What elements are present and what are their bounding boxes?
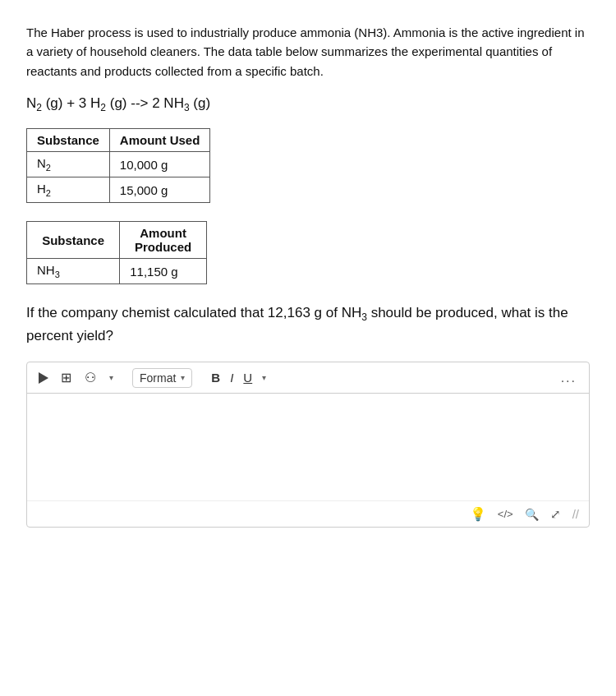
format-label: Format (140, 371, 176, 385)
text-format-group: B I U ▾ (207, 368, 270, 387)
question-paragraph: If the company chemist calculated that 1… (26, 302, 590, 347)
toolbar-chevron-1[interactable]: ▾ (105, 371, 117, 385)
slash-icon: // (572, 507, 579, 521)
reactants-col-amount: Amount Used (109, 129, 210, 152)
more-options-icon: ... (561, 371, 577, 385)
accessibility-icon: ⊞ (61, 370, 71, 385)
biu-chevron-button[interactable]: ▾ (258, 371, 270, 385)
editor-footer: 💡 </> 🔍 ⤢ // (27, 500, 589, 527)
chemical-equation: N2 (g) + 3 H2 (g) --> 2 NH3 (g) (26, 95, 590, 113)
answer-editor: ⊞ ⚇ ▾ Format ▾ B I U ▾ (26, 362, 590, 528)
product-nh3-amount: 11,150 g (120, 259, 207, 284)
format-chevron-icon: ▾ (181, 373, 185, 382)
reactants-col-substance: Substance (27, 129, 110, 152)
underline-button[interactable]: U (239, 368, 256, 387)
product-nh3: NH3 (27, 259, 120, 284)
accessibility-button[interactable]: ⊞ (57, 367, 76, 388)
editor-content-area[interactable] (27, 394, 589, 500)
play-icon (39, 372, 48, 384)
code-icon[interactable]: </> (498, 508, 513, 520)
link-icon: ⚇ (85, 370, 96, 385)
italic-button[interactable]: I (226, 368, 237, 387)
more-options-button[interactable]: ... (557, 368, 581, 388)
play-button[interactable] (35, 370, 52, 386)
expand-icon[interactable]: ⤢ (550, 507, 561, 522)
reactant-h2: H2 (27, 177, 110, 203)
intro-paragraph: The Haber process is used to industriall… (26, 23, 590, 81)
hint-icon[interactable]: 💡 (470, 506, 486, 522)
table-row: N2 10,000 g (27, 152, 210, 177)
products-col-substance: Substance (27, 222, 120, 259)
format-dropdown[interactable]: Format ▾ (132, 368, 192, 388)
bold-button[interactable]: B (207, 368, 224, 387)
editor-toolbar: ⊞ ⚇ ▾ Format ▾ B I U ▾ (27, 362, 589, 394)
search-icon[interactable]: 🔍 (525, 508, 539, 521)
products-col-amount: AmountProduced (120, 222, 207, 259)
reactant-h2-amount: 15,000 g (109, 177, 210, 203)
table-row: NH3 11,150 g (27, 259, 207, 284)
link-button[interactable]: ⚇ (80, 367, 100, 388)
reactant-n2: N2 (27, 152, 110, 177)
biu-chevron-icon: ▾ (262, 373, 266, 382)
reactants-table: Substance Amount Used N2 10,000 g H2 15,… (26, 128, 210, 203)
reactant-n2-amount: 10,000 g (109, 152, 210, 177)
chevron-down-icon: ▾ (109, 373, 113, 382)
table-row: H2 15,000 g (27, 177, 210, 203)
page-container: The Haber process is used to industriall… (0, 0, 616, 544)
products-table: Substance AmountProduced NH3 11,150 g (26, 221, 207, 284)
